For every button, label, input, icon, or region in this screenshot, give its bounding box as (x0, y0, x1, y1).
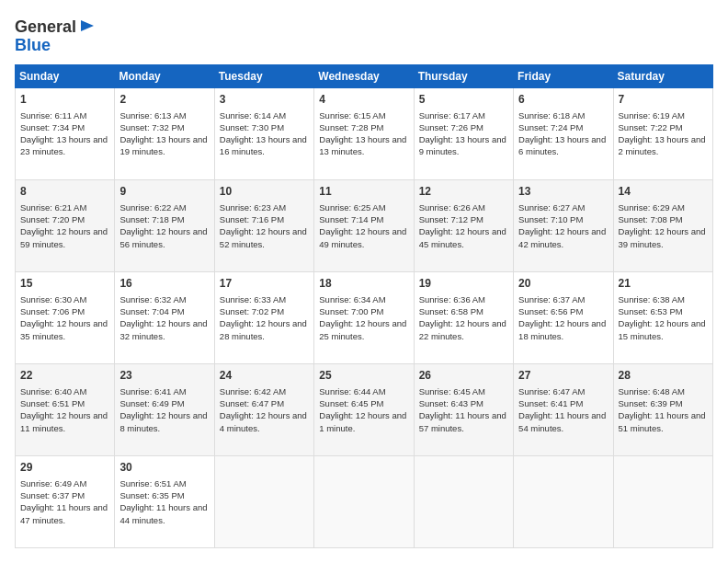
sunset-label: Sunset: 7:18 PM (119, 214, 184, 224)
calendar-week-row: 15Sunrise: 6:30 AMSunset: 7:06 PMDayligh… (16, 271, 713, 363)
calendar-day-header: Thursday (414, 64, 513, 87)
daylight-label: Daylight: 12 hours and 18 minutes. (518, 318, 606, 340)
day-number: 8 (20, 184, 109, 200)
daylight-label: Daylight: 13 hours and 23 minutes. (20, 134, 108, 156)
calendar-day-header: Monday (115, 64, 214, 87)
calendar-cell: 22Sunrise: 6:40 AMSunset: 6:51 PMDayligh… (16, 363, 115, 455)
calendar-week-row: 1Sunrise: 6:11 AMSunset: 7:34 PMDaylight… (16, 87, 713, 179)
day-number: 10 (220, 184, 309, 200)
daylight-label: Daylight: 13 hours and 9 minutes. (419, 134, 506, 156)
daylight-label: Daylight: 11 hours and 54 minutes. (518, 410, 606, 432)
sunset-label: Sunset: 7:16 PM (220, 214, 284, 224)
calendar-cell: 14Sunrise: 6:29 AMSunset: 7:08 PMDayligh… (613, 179, 712, 271)
daylight-label: Daylight: 13 hours and 16 minutes. (220, 134, 307, 156)
calendar-day-header: Wednesday (314, 64, 414, 87)
calendar-cell: 17Sunrise: 6:33 AMSunset: 7:02 PMDayligh… (214, 271, 313, 363)
calendar-cell: 25Sunrise: 6:44 AMSunset: 6:45 PMDayligh… (314, 363, 414, 455)
calendar-cell: 2Sunrise: 6:13 AMSunset: 7:32 PMDaylight… (115, 87, 214, 179)
calendar-cell: 15Sunrise: 6:30 AMSunset: 7:06 PMDayligh… (16, 271, 115, 363)
day-number: 14 (619, 184, 708, 200)
sunrise-label: Sunrise: 6:48 AM (619, 386, 685, 396)
calendar-cell: 3Sunrise: 6:14 AMSunset: 7:30 PMDaylight… (214, 87, 313, 179)
daylight-label: Daylight: 11 hours and 47 minutes. (20, 502, 108, 524)
daylight-label: Daylight: 13 hours and 19 minutes. (119, 134, 207, 156)
day-number: 28 (619, 368, 708, 384)
daylight-label: Daylight: 12 hours and 15 minutes. (619, 318, 706, 340)
calendar-cell: 18Sunrise: 6:34 AMSunset: 7:00 PMDayligh… (314, 271, 414, 363)
day-number: 5 (419, 92, 508, 108)
sunrise-label: Sunrise: 6:21 AM (20, 202, 86, 213)
sunset-label: Sunset: 6:49 PM (119, 398, 184, 408)
sunset-label: Sunset: 7:22 PM (619, 122, 683, 132)
calendar-cell: 12Sunrise: 6:26 AMSunset: 7:12 PMDayligh… (414, 179, 513, 271)
sunset-label: Sunset: 6:47 PM (220, 398, 284, 408)
calendar-cell: 26Sunrise: 6:45 AMSunset: 6:43 PMDayligh… (414, 363, 513, 455)
logo: General Blue (15, 18, 97, 55)
calendar-day-header: Tuesday (214, 64, 313, 87)
daylight-label: Daylight: 11 hours and 44 minutes. (119, 502, 207, 524)
day-number: 16 (119, 276, 209, 292)
sunset-label: Sunset: 6:37 PM (20, 490, 85, 500)
sunrise-label: Sunrise: 6:11 AM (20, 110, 86, 121)
sunrise-label: Sunrise: 6:32 AM (119, 294, 186, 304)
day-number: 27 (518, 368, 608, 384)
daylight-label: Daylight: 12 hours and 1 minute. (319, 410, 406, 432)
sunset-label: Sunset: 6:39 PM (619, 398, 683, 408)
calendar-cell (314, 455, 414, 547)
svg-marker-0 (81, 20, 94, 31)
calendar-cell: 29Sunrise: 6:49 AMSunset: 6:37 PMDayligh… (16, 455, 115, 547)
calendar-week-row: 29Sunrise: 6:49 AMSunset: 6:37 PMDayligh… (16, 455, 713, 547)
calendar-cell: 10Sunrise: 6:23 AMSunset: 7:16 PMDayligh… (214, 179, 313, 271)
sunset-label: Sunset: 7:34 PM (20, 122, 85, 132)
calendar-cell: 11Sunrise: 6:25 AMSunset: 7:14 PMDayligh… (314, 179, 414, 271)
daylight-label: Daylight: 12 hours and 59 minutes. (20, 226, 108, 248)
sunrise-label: Sunrise: 6:13 AM (119, 110, 186, 121)
day-number: 1 (20, 92, 109, 108)
sunset-label: Sunset: 7:28 PM (319, 122, 383, 132)
calendar-cell: 13Sunrise: 6:27 AMSunset: 7:10 PMDayligh… (514, 179, 613, 271)
day-number: 9 (119, 184, 209, 200)
sunset-label: Sunset: 6:58 PM (419, 306, 483, 316)
day-number: 11 (319, 184, 408, 200)
daylight-label: Daylight: 12 hours and 28 minutes. (220, 318, 307, 340)
sunrise-label: Sunrise: 6:27 AM (518, 202, 585, 213)
calendar-day-header: Sunday (16, 64, 115, 87)
sunset-label: Sunset: 7:06 PM (20, 306, 85, 316)
day-number: 29 (20, 460, 109, 476)
day-number: 23 (119, 368, 209, 384)
day-number: 3 (220, 92, 309, 108)
day-number: 26 (419, 368, 508, 384)
sunrise-label: Sunrise: 6:22 AM (119, 202, 186, 213)
daylight-label: Daylight: 12 hours and 32 minutes. (119, 318, 207, 340)
sunset-label: Sunset: 7:30 PM (220, 122, 284, 132)
day-number: 17 (220, 276, 309, 292)
day-number: 25 (319, 368, 408, 384)
calendar-cell: 8Sunrise: 6:21 AMSunset: 7:20 PMDaylight… (16, 179, 115, 271)
calendar-day-header: Friday (514, 64, 613, 87)
sunrise-label: Sunrise: 6:34 AM (319, 294, 385, 304)
calendar-cell: 21Sunrise: 6:38 AMSunset: 6:53 PMDayligh… (613, 271, 712, 363)
calendar-cell: 16Sunrise: 6:32 AMSunset: 7:04 PMDayligh… (115, 271, 214, 363)
sunrise-label: Sunrise: 6:40 AM (20, 386, 86, 396)
calendar-cell (514, 455, 613, 547)
sunset-label: Sunset: 7:04 PM (119, 306, 184, 316)
sunset-label: Sunset: 7:02 PM (220, 306, 284, 316)
sunset-label: Sunset: 7:24 PM (518, 122, 583, 132)
daylight-label: Daylight: 12 hours and 52 minutes. (220, 226, 307, 248)
sunrise-label: Sunrise: 6:49 AM (20, 478, 86, 488)
day-number: 22 (20, 368, 109, 384)
sunrise-label: Sunrise: 6:25 AM (319, 202, 385, 213)
daylight-label: Daylight: 12 hours and 39 minutes. (619, 226, 706, 248)
sunset-label: Sunset: 7:26 PM (419, 122, 483, 132)
header: General Blue (15, 15, 713, 55)
sunrise-label: Sunrise: 6:17 AM (419, 110, 485, 121)
calendar-cell (214, 455, 313, 547)
calendar-cell: 7Sunrise: 6:19 AMSunset: 7:22 PMDaylight… (613, 87, 712, 179)
sunset-label: Sunset: 6:35 PM (119, 490, 184, 500)
day-number: 2 (119, 92, 209, 108)
daylight-label: Daylight: 12 hours and 25 minutes. (319, 318, 406, 340)
daylight-label: Daylight: 12 hours and 11 minutes. (20, 410, 108, 432)
sunrise-label: Sunrise: 6:41 AM (119, 386, 186, 396)
sunrise-label: Sunrise: 6:15 AM (319, 110, 385, 121)
sunrise-label: Sunrise: 6:30 AM (20, 294, 86, 304)
